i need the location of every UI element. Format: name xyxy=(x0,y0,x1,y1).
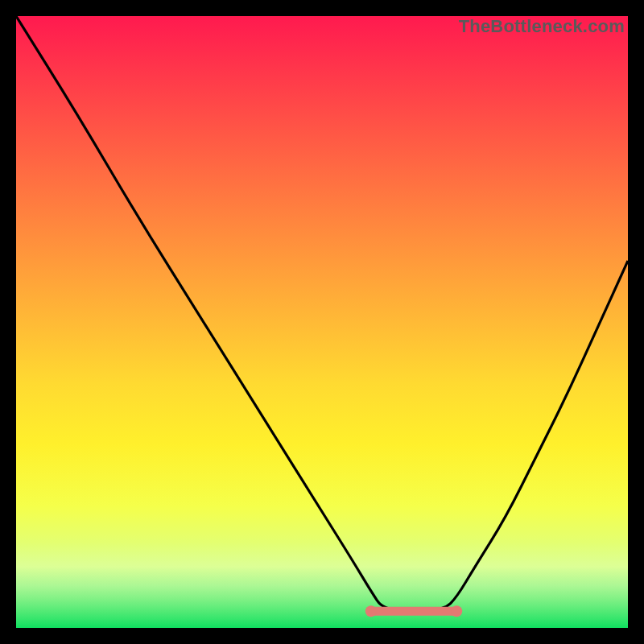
watermark-text: TheBottleneck.com xyxy=(459,16,625,37)
plot-area: TheBottleneck.com xyxy=(16,16,628,628)
optimum-dot-left xyxy=(365,605,377,617)
optimum-dot-right xyxy=(451,605,462,617)
curve-path xyxy=(16,16,628,609)
chart-frame: TheBottleneck.com xyxy=(0,0,644,644)
bottleneck-curve xyxy=(16,16,628,628)
